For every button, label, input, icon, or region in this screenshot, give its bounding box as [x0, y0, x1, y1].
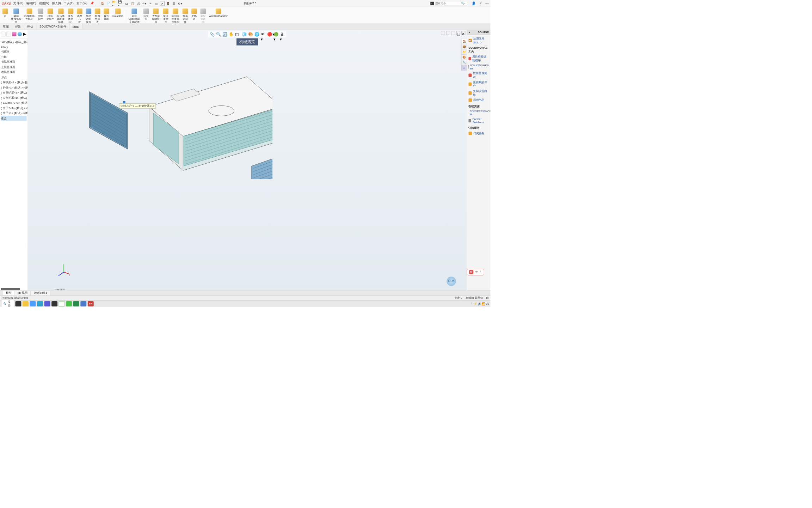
tb-explorer[interactable] [23, 301, 29, 306]
vp-display-icon[interactable]: 🎨▾ [248, 32, 253, 37]
rb-rotate[interactable]: 旋转 零部 件 [161, 8, 170, 24]
menu-insert[interactable]: 插入(I) [52, 1, 61, 5]
minimize-icon[interactable]: — [485, 1, 489, 5]
vp-screen-icon[interactable]: 🖥▾ [280, 32, 284, 37]
tb-solidworks[interactable]: SW [88, 301, 94, 306]
rp-welcome[interactable]: 🏠欢迎使用 SOLID [468, 36, 488, 45]
rp-tab-home[interactable]: 🏠 [461, 38, 467, 44]
rb-linear-pattern[interactable]: 线性零部 件阵列 [23, 8, 36, 21]
rb-smart-fastener[interactable]: 智能 扣件 [36, 8, 45, 21]
tree-config-icon[interactable] [12, 32, 17, 36]
rp-tool-rx[interactable]: SOLIDWORKS Rx [468, 63, 488, 71]
axis-triad[interactable]: y x z [57, 264, 70, 277]
vp-scene-icon[interactable]: 🌐▾ [254, 32, 259, 37]
tree-part-weld[interactable]: ) 焊接架<1> (默认<按加 [1, 80, 26, 85]
rb-bom[interactable]: 材料 明细 表 [93, 8, 102, 24]
taskbar-search[interactable]: 🔍搜索 [1, 299, 14, 307]
tab-sketch[interactable]: 草图 [0, 24, 12, 29]
tree-history[interactable]: istory [1, 45, 26, 49]
rp-tool-copysettings[interactable]: 复制设置向导 [468, 89, 488, 97]
redo-icon[interactable]: ↷ [148, 1, 153, 6]
rb-showhide[interactable]: 显示隐 藏的零 部件 [56, 8, 66, 24]
tree-filter-icon[interactable] [1, 32, 5, 36]
rb-transparent[interactable]: 装配 体透 明 [199, 8, 207, 24]
rb-preview[interactable]: 零部 件预览窗 口 [10, 8, 23, 24]
new-icon[interactable]: 📄 [106, 1, 111, 6]
tb-app2[interactable] [51, 301, 57, 306]
tb-app3[interactable] [59, 301, 65, 306]
command-search[interactable]: >_ 搜索命令 🔍▾ [429, 1, 467, 6]
rb-explode[interactable]: 爆炸 视图 [102, 8, 111, 21]
vp-restore-icon[interactable] [441, 31, 445, 35]
rb-motion[interactable]: 新建 运动 算例 [84, 8, 93, 24]
copy-icon[interactable]: 📋 [130, 1, 135, 6]
rp-tool-myproducts[interactable]: 我的产品 [468, 98, 488, 103]
tree-appearance-icon[interactable] [18, 32, 22, 36]
tb-tray[interactable]: ⌃ ⚡ 🔊 📶 20 [470, 302, 489, 305]
rb-combine[interactable]: 合 [1, 8, 9, 18]
menu-edit[interactable]: 编辑(E) [26, 1, 36, 5]
rp-tool-compare[interactable]: 比较我的评分 [468, 80, 488, 89]
tree-expand-icon[interactable]: ▶ [23, 31, 26, 36]
vp-zoom-icon[interactable]: 🔍 [216, 32, 221, 37]
vp-section-icon[interactable]: ◫ [235, 32, 240, 37]
rb-large-asm[interactable]: 大型装 配体设 置 [151, 8, 161, 24]
tree-display-icon[interactable] [6, 32, 11, 36]
save-icon[interactable]: 💾▾ [118, 1, 123, 6]
vp-min-icon[interactable]: — [451, 31, 455, 35]
tree-annotations[interactable]: 注解 [1, 54, 26, 59]
tree-sensors[interactable]: 传感器 [1, 49, 26, 54]
tree-origin[interactable]: 原点 [1, 75, 26, 80]
tb-files[interactable] [30, 301, 36, 306]
tb-edge[interactable] [37, 301, 43, 306]
tree-front-plane[interactable]: 前视基准面 [1, 60, 26, 65]
rp-tool-benchmark[interactable]: 性能基准测试 [468, 71, 488, 80]
menu-view[interactable]: 视图(V) [39, 1, 49, 5]
vp-attach-icon[interactable]: 📎 [210, 32, 214, 37]
traffic-icon[interactable]: 🚦 [166, 1, 171, 6]
tree-root[interactable]: 体2 (默认) <默认_显示状态 [1, 40, 26, 44]
select-icon[interactable]: ▭ [154, 1, 159, 6]
tb-app4[interactable] [80, 301, 86, 306]
tree-top-plane[interactable]: 上视基准面 [1, 65, 26, 69]
ime-indicator[interactable]: S 中 °, [467, 269, 484, 275]
vp-hide-icon[interactable]: 👁▾ [261, 32, 265, 37]
tree-right-plane[interactable]: 右视基准面 [1, 70, 26, 75]
menu-window[interactable]: 窗口(W) [76, 1, 87, 5]
rp-3dexp[interactable]: 3DEXPERIENCE M [468, 109, 488, 117]
vp-pan-icon[interactable]: ✋ [229, 32, 233, 37]
rp-collapse-icon[interactable]: « [468, 31, 470, 34]
menu-tools[interactable]: 工具(T) [64, 1, 74, 5]
3d-viewport[interactable]: 📎 🔍 🔄 ✋ ◫ 🧊▾ 🎨▾ 🌐▾ 👁▾ 🔴▾ 🟢▾ 🖥▾ — ▢ ✕ 机械拓… [28, 30, 467, 290]
pin-icon[interactable]: 📌 [90, 1, 94, 5]
gear-icon[interactable]: ⚙▾ [178, 1, 182, 6]
tab-annotate[interactable]: 标注 [12, 24, 24, 29]
rb-rollback[interactable]: AsmRollBackErr [208, 8, 229, 18]
vp-view-icon[interactable]: 🧊▾ [242, 32, 246, 37]
tree-part-num[interactable]: ) 12345678<1> (默认) [1, 100, 26, 105]
rb-move-component[interactable]: 移动 零部件 [45, 8, 55, 21]
rp-subscribe[interactable]: 订阅服务 [468, 131, 488, 136]
vp-close-icon[interactable]: ✕ [461, 31, 465, 35]
cursor-icon[interactable]: ➤ [160, 1, 165, 6]
home-icon[interactable]: 🏠 [100, 1, 105, 6]
options-icon[interactable]: ☰ [172, 1, 177, 6]
vp-rotate-icon[interactable]: 🔄 [222, 32, 227, 37]
rb-asm-feature[interactable]: 装配 体特 征 [66, 8, 75, 24]
open-icon[interactable]: 📂▾ [112, 1, 117, 6]
btab-motion[interactable]: 运动算例 1 [31, 291, 50, 295]
btab-model[interactable]: 模型 [3, 291, 14, 295]
print-icon[interactable]: 🖨 [136, 1, 141, 6]
rb-speedpak[interactable]: 更新 Speedpak 子装配体 [127, 8, 141, 24]
tree-part-box[interactable]: ) 盒子<1> (默认) <<默认 [1, 110, 26, 115]
rp-tab-prop[interactable]: 🔧 [461, 60, 467, 65]
rp-tool-tagedit[interactable]: 属性标签编制程序 [468, 54, 488, 63]
btab-3dview[interactable]: 3D 视图 [15, 291, 31, 295]
tb-wechat[interactable] [66, 301, 72, 306]
rb-snapshot[interactable]: 拍快 照 [142, 8, 150, 21]
rb-pattern-drive[interactable]: 阵列驱 动零部 件阵列 [170, 8, 180, 24]
rp-tab-lib[interactable]: 📦 [461, 44, 467, 49]
tab-mbd[interactable]: MBD [69, 24, 82, 29]
tab-addins[interactable]: SOLIDWORKS 插件 [36, 24, 69, 29]
rb-replace[interactable]: 替换 零部 件 [181, 8, 190, 24]
